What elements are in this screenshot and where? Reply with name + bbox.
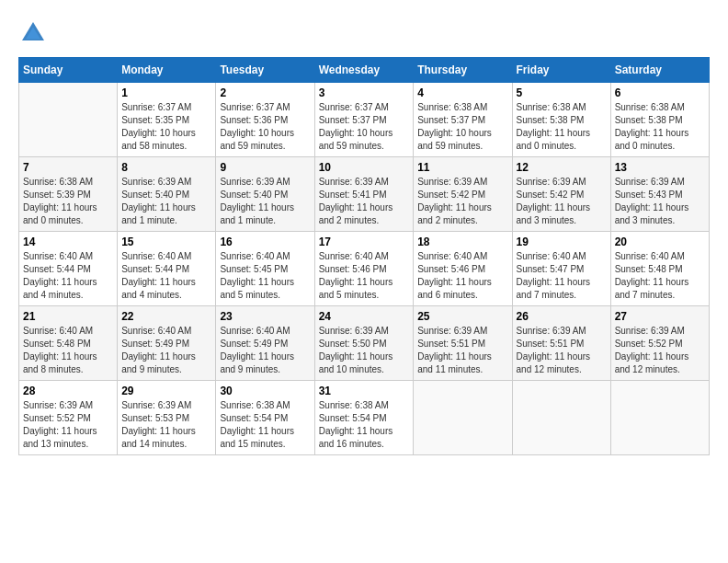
calendar-cell [414,381,512,455]
cell-info: Sunrise: 6:40 AMSunset: 5:45 PMDaylight:… [220,250,310,302]
cell-date-number: 19 [517,236,607,248]
calendar-cell: 5Sunrise: 6:38 AMSunset: 5:38 PMDaylight… [512,83,610,157]
cell-info: Sunrise: 6:38 AMSunset: 5:38 PMDaylight:… [615,101,705,153]
cell-info: Sunrise: 6:39 AMSunset: 5:42 PMDaylight:… [517,176,607,227]
calendar-cell: 28Sunrise: 6:39 AMSunset: 5:52 PMDayligh… [19,381,118,455]
cell-info: Sunrise: 6:40 AMSunset: 5:49 PMDaylight:… [220,325,310,376]
cell-date-number: 8 [121,161,211,174]
calendar-cell: 10Sunrise: 6:39 AMSunset: 5:41 PMDayligh… [314,157,414,232]
calendar-week-row: 1Sunrise: 6:37 AMSunset: 5:35 PMDaylight… [19,83,710,157]
calendar-cell: 2Sunrise: 6:37 AMSunset: 5:36 PMDaylight… [216,83,314,157]
cell-date-number: 3 [319,86,410,99]
day-header-saturday: Saturday [610,58,709,83]
cell-date-number: 2 [220,86,310,99]
calendar-week-row: 28Sunrise: 6:39 AMSunset: 5:52 PMDayligh… [19,381,710,455]
cell-info: Sunrise: 6:40 AMSunset: 5:46 PMDaylight:… [319,250,410,302]
cell-info: Sunrise: 6:37 AMSunset: 5:35 PMDaylight:… [121,101,211,153]
cell-info: Sunrise: 6:37 AMSunset: 5:37 PMDaylight:… [319,101,410,153]
cell-info: Sunrise: 6:38 AMSunset: 5:39 PMDaylight:… [23,176,113,227]
cell-date-number: 23 [220,310,310,323]
cell-date-number: 27 [615,310,705,323]
calendar-week-row: 14Sunrise: 6:40 AMSunset: 5:44 PMDayligh… [19,232,710,306]
calendar-cell: 31Sunrise: 6:38 AMSunset: 5:54 PMDayligh… [314,381,414,455]
calendar-cell: 25Sunrise: 6:39 AMSunset: 5:51 PMDayligh… [414,306,512,381]
day-header-thursday: Thursday [414,58,512,83]
calendar-cell: 16Sunrise: 6:40 AMSunset: 5:45 PMDayligh… [216,232,314,306]
calendar-cell [19,83,118,157]
calendar-cell: 7Sunrise: 6:38 AMSunset: 5:39 PMDaylight… [19,157,118,232]
cell-date-number: 6 [615,86,705,99]
cell-date-number: 17 [319,236,410,248]
calendar-cell: 27Sunrise: 6:39 AMSunset: 5:52 PMDayligh… [610,306,709,381]
cell-date-number: 14 [23,236,113,248]
cell-date-number: 29 [121,385,211,397]
cell-info: Sunrise: 6:40 AMSunset: 5:47 PMDaylight:… [517,250,607,302]
cell-info: Sunrise: 6:38 AMSunset: 5:37 PMDaylight:… [417,101,507,153]
cell-info: Sunrise: 6:38 AMSunset: 5:38 PMDaylight:… [517,101,607,153]
cell-info: Sunrise: 6:39 AMSunset: 5:51 PMDaylight:… [517,325,607,376]
calendar-cell: 26Sunrise: 6:39 AMSunset: 5:51 PMDayligh… [512,306,610,381]
calendar-cell: 13Sunrise: 6:39 AMSunset: 5:43 PMDayligh… [610,157,709,232]
cell-date-number: 20 [615,236,705,248]
day-header-wednesday: Wednesday [314,58,414,83]
calendar-cell: 9Sunrise: 6:39 AMSunset: 5:40 PMDaylight… [216,157,314,232]
calendar-cell: 8Sunrise: 6:39 AMSunset: 5:40 PMDaylight… [118,157,216,232]
cell-info: Sunrise: 6:37 AMSunset: 5:36 PMDaylight:… [220,101,310,153]
cell-date-number: 21 [23,310,113,323]
cell-date-number: 9 [220,161,310,174]
cell-info: Sunrise: 6:39 AMSunset: 5:40 PMDaylight:… [121,176,211,227]
cell-date-number: 25 [417,310,507,323]
calendar-cell: 18Sunrise: 6:40 AMSunset: 5:46 PMDayligh… [414,232,512,306]
day-header-tuesday: Tuesday [216,58,314,83]
calendar-cell: 17Sunrise: 6:40 AMSunset: 5:46 PMDayligh… [314,232,414,306]
cell-info: Sunrise: 6:39 AMSunset: 5:43 PMDaylight:… [615,176,705,227]
cell-date-number: 16 [220,236,310,248]
cell-date-number: 4 [417,86,507,99]
cell-info: Sunrise: 6:38 AMSunset: 5:54 PMDaylight:… [319,399,410,451]
cell-date-number: 15 [121,236,211,248]
cell-info: Sunrise: 6:39 AMSunset: 5:52 PMDaylight:… [615,325,705,376]
calendar-cell: 30Sunrise: 6:38 AMSunset: 5:54 PMDayligh… [216,381,314,455]
cell-info: Sunrise: 6:40 AMSunset: 5:49 PMDaylight:… [121,325,211,376]
cell-date-number: 22 [121,310,211,323]
day-header-monday: Monday [118,58,216,83]
calendar-cell [512,381,610,455]
calendar-cell: 12Sunrise: 6:39 AMSunset: 5:42 PMDayligh… [512,157,610,232]
calendar-cell: 22Sunrise: 6:40 AMSunset: 5:49 PMDayligh… [118,306,216,381]
cell-info: Sunrise: 6:39 AMSunset: 5:51 PMDaylight:… [417,325,507,376]
cell-info: Sunrise: 6:38 AMSunset: 5:54 PMDaylight:… [220,399,310,451]
calendar-table: SundayMondayTuesdayWednesdayThursdayFrid… [18,57,710,455]
cell-info: Sunrise: 6:39 AMSunset: 5:42 PMDaylight:… [417,176,507,227]
cell-info: Sunrise: 6:40 AMSunset: 5:44 PMDaylight:… [121,250,211,302]
calendar-cell: 20Sunrise: 6:40 AMSunset: 5:48 PMDayligh… [610,232,709,306]
logo [18,18,51,48]
day-header-friday: Friday [512,58,610,83]
calendar-cell: 6Sunrise: 6:38 AMSunset: 5:38 PMDaylight… [610,83,709,157]
calendar-cell: 14Sunrise: 6:40 AMSunset: 5:44 PMDayligh… [19,232,118,306]
calendar-cell: 4Sunrise: 6:38 AMSunset: 5:37 PMDaylight… [414,83,512,157]
calendar-cell: 11Sunrise: 6:39 AMSunset: 5:42 PMDayligh… [414,157,512,232]
cell-date-number: 10 [319,161,410,174]
cell-date-number: 31 [319,385,410,397]
calendar-cell: 1Sunrise: 6:37 AMSunset: 5:35 PMDaylight… [118,83,216,157]
cell-date-number: 11 [417,161,507,174]
page-header [18,18,710,48]
calendar-cell: 24Sunrise: 6:39 AMSunset: 5:50 PMDayligh… [314,306,414,381]
cell-info: Sunrise: 6:39 AMSunset: 5:40 PMDaylight:… [220,176,310,227]
calendar-cell [610,381,709,455]
cell-date-number: 5 [517,86,607,99]
cell-date-number: 1 [121,86,211,99]
calendar-week-row: 21Sunrise: 6:40 AMSunset: 5:48 PMDayligh… [19,306,710,381]
calendar-cell: 3Sunrise: 6:37 AMSunset: 5:37 PMDaylight… [314,83,414,157]
cell-date-number: 28 [23,385,113,397]
calendar-cell: 29Sunrise: 6:39 AMSunset: 5:53 PMDayligh… [118,381,216,455]
cell-info: Sunrise: 6:40 AMSunset: 5:48 PMDaylight:… [615,250,705,302]
cell-info: Sunrise: 6:40 AMSunset: 5:48 PMDaylight:… [23,325,113,376]
calendar-header-row: SundayMondayTuesdayWednesdayThursdayFrid… [19,58,710,83]
day-header-sunday: Sunday [19,58,118,83]
calendar-cell: 15Sunrise: 6:40 AMSunset: 5:44 PMDayligh… [118,232,216,306]
calendar-cell: 21Sunrise: 6:40 AMSunset: 5:48 PMDayligh… [19,306,118,381]
cell-info: Sunrise: 6:40 AMSunset: 5:44 PMDaylight:… [23,250,113,302]
cell-info: Sunrise: 6:39 AMSunset: 5:53 PMDaylight:… [121,399,211,451]
cell-date-number: 26 [517,310,607,323]
